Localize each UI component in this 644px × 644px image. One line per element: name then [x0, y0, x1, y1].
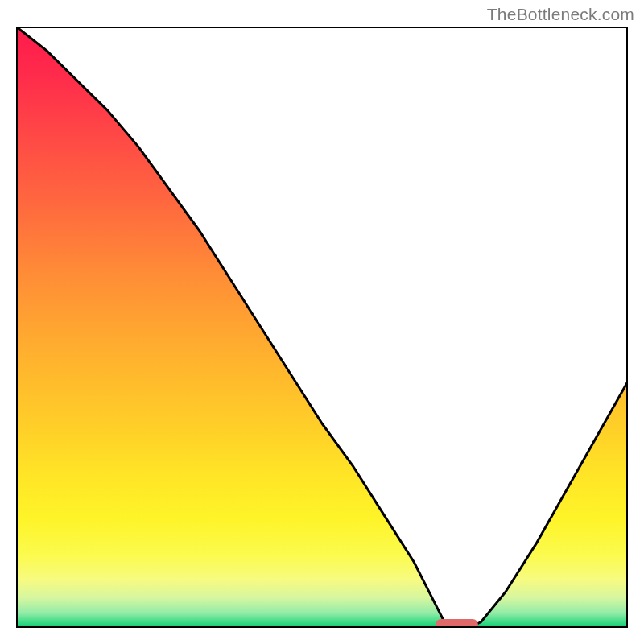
chart-frame: TheBottleneck.com [0, 0, 644, 644]
curve-svg [16, 27, 628, 628]
outside-curve-mask [16, 27, 628, 628]
watermark-text: TheBottleneck.com [487, 5, 634, 24]
plot-area [16, 27, 628, 628]
optimum-pill [436, 619, 478, 628]
